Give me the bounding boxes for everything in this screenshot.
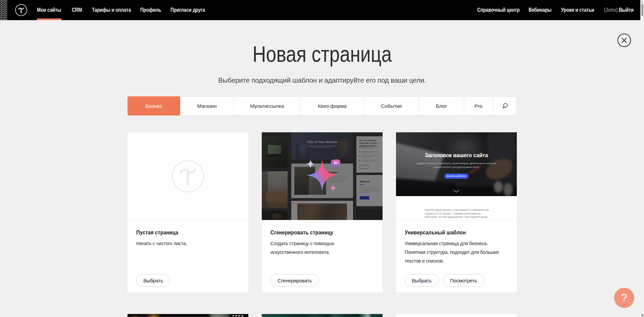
- nav-item-webinars[interactable]: Вебинары: [529, 0, 551, 20]
- scrollbar-down-arrow-icon[interactable]: [641, 315, 644, 316]
- tab-multilink[interactable]: Мультиссылка: [234, 96, 300, 116]
- light-template-preview: [396, 314, 517, 317]
- card-title: Универсальный шаблон: [405, 230, 500, 236]
- nav-user-logout[interactable]: (John) Выйти: [604, 0, 634, 20]
- preview-universal-button[interactable]: Посмотреть: [443, 274, 484, 287]
- tab-search[interactable]: [493, 96, 517, 116]
- wave-pattern-decoration: [0, 0, 7, 20]
- teal-template-preview: [262, 314, 383, 317]
- template-card-blank[interactable]: Пустая страница Начать с чистого листа. …: [128, 132, 248, 292]
- ai-template-preview: Title of Your Website Feature Get your h…: [262, 132, 383, 220]
- card-info: Сгенерировать страницу Создать страницу …: [262, 220, 383, 292]
- card-title: Сгенерировать страницу: [270, 230, 365, 236]
- nav-item-lessons[interactable]: Уроки и статьи: [561, 0, 594, 20]
- blank-template-preview: [128, 132, 248, 220]
- template-cards-grid: Пустая страница Начать с чистого листа. …: [128, 132, 517, 317]
- active-nav-underline: [37, 18, 61, 20]
- template-cta-button: Целевое действие: [444, 174, 468, 179]
- card-info: Универсальный шаблон Универсальная стран…: [396, 220, 517, 292]
- ai-sparkle-pink-icon: [329, 184, 337, 192]
- card-info: Пустая страница Начать с чистого листа. …: [128, 220, 248, 292]
- nav-item-tariffs[interactable]: Тарифы и оплата: [92, 0, 131, 20]
- scrollbar-thumb[interactable]: [641, 4, 643, 16]
- tab-business[interactable]: Бизнес: [128, 96, 180, 116]
- template-category-tabs: Бизнес Магазин Мультиссылка Квиз-форма С…: [128, 96, 517, 116]
- nav-item-my-sites[interactable]: Мои сайты: [37, 0, 61, 20]
- template-card-row2-b[interactable]: [262, 314, 383, 317]
- template-hero-subtext: Добавьте интересные подробности о вашей …: [407, 162, 506, 169]
- page-subtitle: Выберите подходящий шаблон и адаптируйте…: [0, 76, 644, 84]
- tab-shop[interactable]: Магазин: [180, 96, 234, 116]
- ai-sparkle-small-icon: [306, 160, 315, 169]
- top-navbar: Мои сайты CRM Тарифы и оплата Профиль Пр…: [0, 0, 644, 20]
- close-button[interactable]: [617, 34, 631, 47]
- template-card-universal[interactable]: Заголовок вашего сайта Добавьте интересн…: [396, 132, 517, 292]
- nav-item-help-center[interactable]: Справочный центр: [477, 0, 519, 20]
- tab-pro[interactable]: Pro: [464, 96, 493, 116]
- universal-template-preview: Заголовок вашего сайта Добавьте интересн…: [396, 132, 517, 220]
- generate-button[interactable]: Сгенерировать: [270, 274, 319, 287]
- template-card-ai-generate[interactable]: Title of Your Website Feature Get your h…: [262, 132, 383, 292]
- card-title: Пустая страница: [136, 230, 231, 236]
- nav-item-invite-friend[interactable]: Пригласи друга: [170, 0, 205, 20]
- vertical-scrollbar[interactable]: [640, 0, 644, 317]
- template-hero-photo: Заголовок вашего сайта Добавьте интересн…: [396, 132, 517, 196]
- template-hero-heading: Заголовок вашего сайта: [396, 152, 517, 158]
- close-icon: [618, 34, 630, 46]
- nav-item-profile[interactable]: Профиль: [140, 0, 161, 20]
- template-card-row2-c[interactable]: [396, 314, 517, 317]
- template-card-row2-a[interactable]: [128, 314, 248, 317]
- card-description: Универсальная страница для бизнеса. Поня…: [405, 239, 502, 265]
- ai-badge: AI: [331, 159, 340, 167]
- select-blank-button[interactable]: Выбрать: [136, 274, 170, 287]
- search-icon: [502, 103, 508, 109]
- tilda-watermark-icon: [172, 160, 204, 192]
- chevron-down-icon: [453, 190, 460, 193]
- card-description: Начать с чистого листа.: [136, 239, 234, 248]
- page-title: Новая страница: [0, 43, 644, 65]
- scrollbar-up-arrow-icon[interactable]: [641, 1, 643, 2]
- select-universal-button[interactable]: Выбрать: [405, 274, 439, 287]
- card-description: Создать страницу с помощью искусственног…: [270, 239, 368, 257]
- tab-quiz[interactable]: Квиз-форма: [300, 96, 364, 116]
- nav-item-crm[interactable]: CRM: [72, 0, 82, 20]
- tilda-logo[interactable]: [15, 4, 27, 16]
- dark-template-preview: [128, 314, 248, 317]
- tab-blog[interactable]: Блог: [418, 96, 464, 116]
- tab-event[interactable]: Событие: [364, 96, 419, 116]
- template-paragraph: Коротко представьтесь и расскажите о ком…: [425, 208, 496, 220]
- help-button[interactable]: ?: [614, 288, 634, 308]
- logout-link[interactable]: Выйти: [619, 7, 634, 13]
- template-text-section: Коротко представьтесь и расскажите о ком…: [396, 196, 517, 220]
- username-label: (John): [604, 7, 618, 13]
